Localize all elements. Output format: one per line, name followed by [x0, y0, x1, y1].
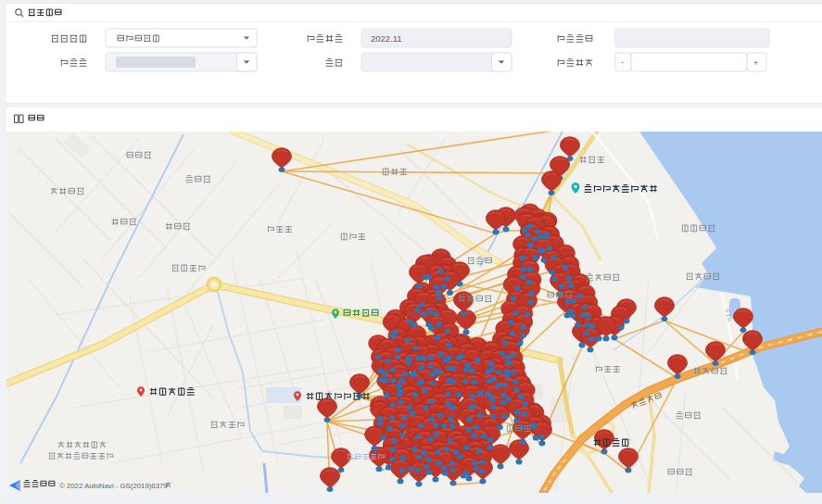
svg-text:+: +	[753, 58, 758, 68]
svg-text:2022.11: 2022.11	[371, 33, 402, 44]
svg-text:-: -	[621, 57, 624, 67]
svg-text:© 2022 AutoNavi - GS(2019)6379: © 2022 AutoNavi - GS(2019)6379	[59, 482, 168, 490]
